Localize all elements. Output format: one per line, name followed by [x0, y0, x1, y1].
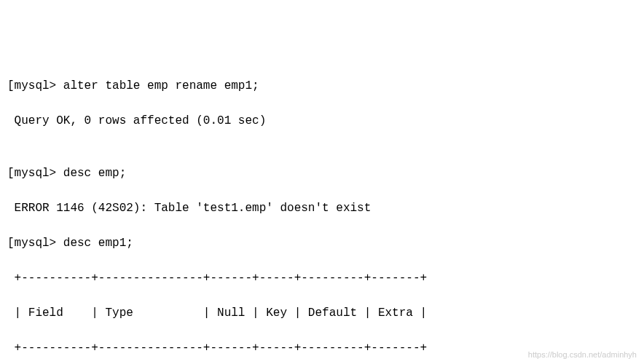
mysql-command-desc-emp: [mysql> desc emp; [7, 165, 637, 182]
error-message: ERROR 1146 (42S02): Table 'test1.emp' do… [7, 199, 637, 217]
mysql-command-desc-emp1: [mysql> desc emp1; [7, 234, 637, 252]
mysql-command-alter: [mysql> alter table emp rename emp1; [7, 77, 637, 95]
query-ok-message: Query OK, 0 rows affected (0.01 sec) [7, 112, 637, 130]
table-header: | Field | Type | Null | Key | Default | … [7, 304, 637, 322]
watermark-text: https://blog.csdn.net/adminhyh [528, 349, 637, 361]
table-border-top: +----------+---------------+------+-----… [7, 269, 637, 287]
